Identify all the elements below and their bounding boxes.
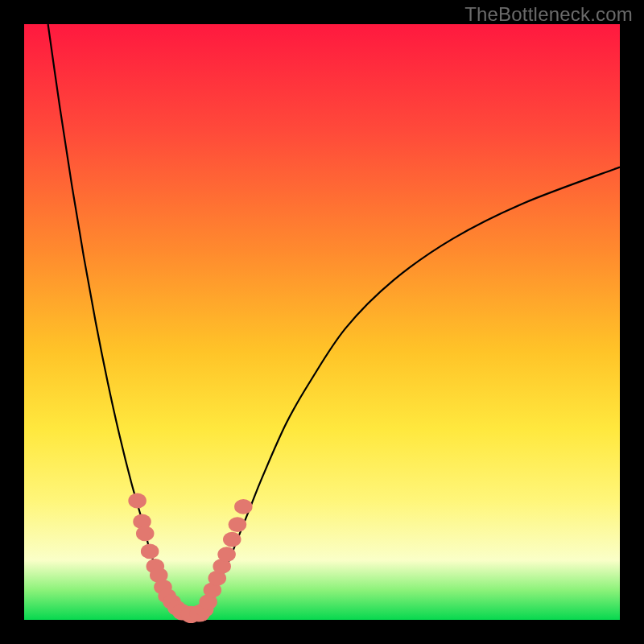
data-marker — [136, 526, 155, 541]
chart-markers — [128, 493, 252, 623]
chart-frame: TheBottleneck.com — [0, 0, 644, 644]
data-marker — [128, 493, 147, 509]
data-marker — [223, 532, 242, 547]
bottleneck-curve — [48, 24, 620, 615]
data-marker — [217, 547, 236, 562]
data-marker — [229, 517, 247, 532]
data-marker — [141, 543, 159, 559]
data-marker — [234, 499, 253, 514]
chart-curves — [48, 24, 620, 615]
watermark-text: TheBottleneck.com — [464, 3, 633, 26]
chart-overlay — [24, 24, 620, 620]
